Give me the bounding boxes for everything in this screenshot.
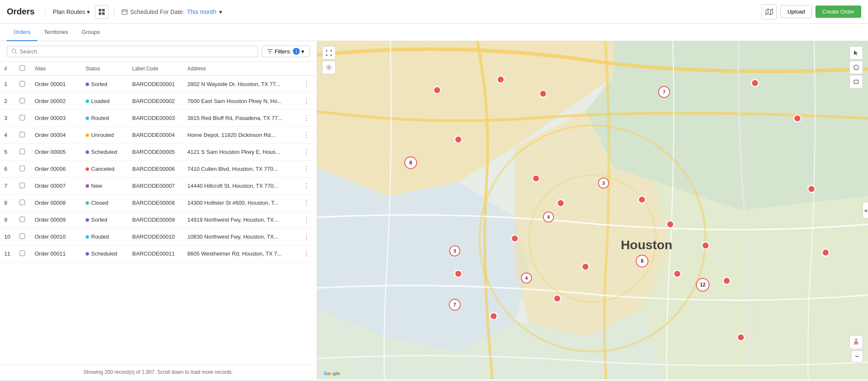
row-menu-button[interactable]: ⋮: [300, 147, 312, 157]
tab-orders[interactable]: Orders: [7, 24, 37, 41]
cluster-c3[interactable]: 4: [543, 211, 554, 222]
street-view-button[interactable]: [849, 335, 863, 349]
scheduled-date-button[interactable]: Scheduled For Date: This month ▾: [119, 7, 225, 17]
row-menu-button[interactable]: ⋮: [300, 249, 312, 259]
row-menu-button[interactable]: ⋮: [300, 79, 312, 89]
svg-point-41: [737, 334, 745, 341]
table-row: 7 Order 00007 New BARCODE00007 14440 Hil…: [0, 178, 317, 195]
scheduled-chevron-icon: ▾: [219, 8, 222, 15]
col-header-menu: [296, 62, 317, 76]
row-checkbox-cell[interactable]: [15, 110, 31, 127]
row-alias: Order 00003: [31, 110, 81, 127]
map-toggle-button[interactable]: [762, 4, 777, 19]
fullscreen-icon: [326, 50, 332, 56]
search-icon: [11, 48, 17, 54]
record-count-text: Showing 200 record(s) of 1,907. Scroll d…: [83, 369, 233, 375]
filters-button[interactable]: Filters: 1 ▾: [262, 45, 310, 57]
rectangle-tool-button[interactable]: [849, 75, 863, 89]
fullscreen-button[interactable]: [322, 46, 336, 60]
tab-groups[interactable]: Groups: [75, 24, 107, 41]
cursor-tool-button[interactable]: [849, 46, 863, 60]
row-checkbox-cell[interactable]: [15, 178, 31, 195]
row-checkbox[interactable]: [19, 183, 25, 188]
table-row: 8 Order 00008 Closed BARCODE00008 14300 …: [0, 195, 317, 211]
row-checkbox-cell[interactable]: [15, 211, 31, 228]
status-dot-loaded: [86, 100, 89, 103]
row-checkbox[interactable]: [19, 234, 25, 239]
row-checkbox[interactable]: [19, 149, 25, 154]
svg-point-38: [674, 270, 681, 278]
cluster-c4[interactable]: 3: [598, 178, 609, 189]
map-container[interactable]: Houston 8343477812: [317, 41, 868, 379]
row-barcode: BARCODE00011: [128, 245, 183, 262]
row-checkbox[interactable]: [19, 81, 25, 86]
svg-line-12: [15, 52, 17, 53]
row-checkbox-cell[interactable]: [15, 93, 31, 110]
header-divider-1: [45, 6, 45, 18]
row-checkbox-cell[interactable]: [15, 228, 31, 245]
table-row: 10 Order 00010 Routed BARCODE00010 10830…: [0, 228, 317, 245]
zoom-out-button[interactable]: −: [851, 350, 863, 362]
row-menu-button[interactable]: ⋮: [300, 181, 312, 191]
row-menu-cell[interactable]: ⋮: [296, 127, 317, 144]
row-checkbox-cell[interactable]: [15, 144, 31, 161]
status-dot-scheduled: [86, 150, 89, 154]
cluster-c9[interactable]: 12: [696, 278, 709, 292]
row-checkbox[interactable]: [19, 115, 25, 120]
row-checkbox[interactable]: [19, 166, 25, 171]
map-collapse-button[interactable]: ◀: [862, 202, 868, 219]
row-menu-cell[interactable]: ⋮: [296, 161, 317, 178]
row-menu-button[interactable]: ⋮: [300, 113, 312, 123]
row-checkbox[interactable]: [19, 217, 25, 222]
tab-territories[interactable]: Territories: [37, 24, 75, 41]
row-menu-cell[interactable]: ⋮: [296, 178, 317, 195]
row-menu-cell[interactable]: ⋮: [296, 93, 317, 110]
row-address: 8605 Westheimer Rd, Houston, TX 7...: [183, 245, 296, 262]
search-input[interactable]: [20, 48, 253, 55]
row-alias: Order 00001: [31, 76, 81, 93]
row-checkbox[interactable]: [19, 200, 25, 205]
row-address: 3815 Red Bluff Rd, Pasadena, TX 77...: [183, 110, 296, 127]
polygon-icon: [853, 64, 859, 70]
row-status: Loaded: [81, 93, 128, 110]
plan-routes-button[interactable]: Plan Routes ▾: [50, 7, 92, 17]
upload-button[interactable]: Upload: [780, 5, 812, 18]
row-checkbox-cell[interactable]: [15, 245, 31, 262]
create-order-button[interactable]: Create Order: [815, 6, 861, 18]
cluster-c2[interactable]: 3: [449, 245, 460, 256]
row-menu-cell[interactable]: ⋮: [296, 228, 317, 245]
cluster-c8[interactable]: 8: [636, 255, 648, 267]
row-menu-cell[interactable]: ⋮: [296, 144, 317, 161]
cluster-c7[interactable]: 7: [658, 86, 670, 98]
settings-button[interactable]: [322, 61, 336, 74]
row-status: Sorted: [81, 211, 128, 228]
row-menu-button[interactable]: ⋮: [300, 232, 312, 242]
row-checkbox-cell[interactable]: [15, 195, 31, 211]
row-menu-cell[interactable]: ⋮: [296, 195, 317, 211]
row-menu-cell[interactable]: ⋮: [296, 245, 317, 262]
search-field-wrap[interactable]: [7, 46, 258, 57]
row-checkbox[interactable]: [19, 132, 25, 137]
row-menu-button[interactable]: ⋮: [300, 215, 312, 225]
cluster-c5[interactable]: 4: [521, 273, 532, 284]
row-checkbox[interactable]: [19, 98, 25, 103]
grid-view-button[interactable]: [95, 5, 108, 19]
polygon-tool-button[interactable]: [849, 61, 863, 74]
row-checkbox-cell[interactable]: [15, 76, 31, 93]
grid-icon: [98, 8, 105, 15]
row-checkbox-cell[interactable]: [15, 127, 31, 144]
row-checkbox-cell[interactable]: [15, 161, 31, 178]
select-all-checkbox[interactable]: [19, 65, 25, 71]
svg-point-34: [582, 263, 589, 270]
row-menu-cell[interactable]: ⋮: [296, 110, 317, 127]
row-menu-cell[interactable]: ⋮: [296, 211, 317, 228]
row-menu-cell[interactable]: ⋮: [296, 76, 317, 93]
row-menu-button[interactable]: ⋮: [300, 96, 312, 106]
status-dot-sorted: [86, 83, 89, 86]
row-checkbox[interactable]: [19, 250, 25, 256]
row-menu-button[interactable]: ⋮: [300, 164, 312, 174]
row-menu-button[interactable]: ⋮: [300, 130, 312, 140]
svg-point-11: [12, 49, 16, 53]
row-menu-button[interactable]: ⋮: [300, 198, 312, 208]
table-row: 1 Order 00001 Sorted BARCODE00001 2802 N…: [0, 76, 317, 93]
